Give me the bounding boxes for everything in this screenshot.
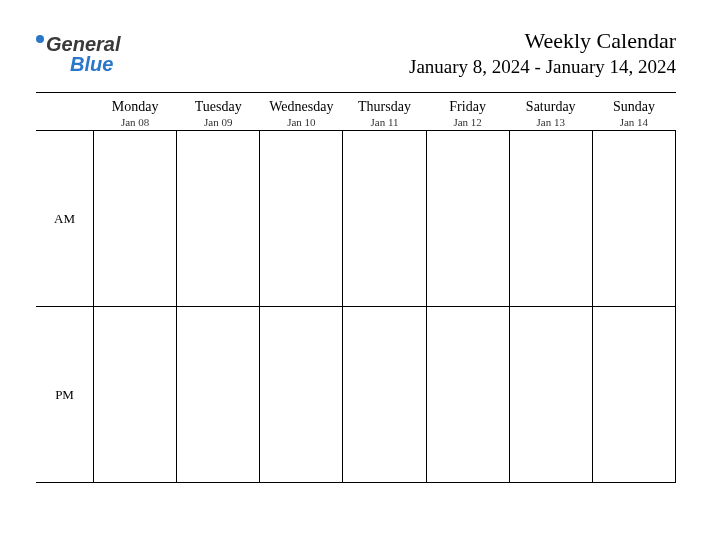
day-header: Tuesday Jan 09: [177, 93, 260, 131]
calendar-cell: [426, 131, 509, 307]
corner-cell: [36, 93, 94, 131]
day-date: Jan 13: [509, 116, 592, 128]
day-header: Saturday Jan 13: [509, 93, 592, 131]
calendar-cell: [177, 307, 260, 483]
day-header: Wednesday Jan 10: [260, 93, 343, 131]
title-block: Weekly Calendar January 8, 2024 - Januar…: [409, 28, 676, 78]
page-title: Weekly Calendar: [409, 28, 676, 54]
day-header: Thursday Jan 11: [343, 93, 426, 131]
day-name: Tuesday: [177, 99, 260, 115]
logo-dot-icon: [36, 35, 44, 43]
calendar-cell: [260, 131, 343, 307]
day-header: Friday Jan 12: [426, 93, 509, 131]
day-name: Thursday: [343, 99, 426, 115]
calendar-table: Monday Jan 08 Tuesday Jan 09 Wednesday J…: [36, 93, 676, 483]
calendar-cell: [94, 307, 177, 483]
header-row: General Blue Weekly Calendar January 8, …: [36, 28, 676, 78]
day-date: Jan 14: [592, 116, 675, 128]
period-row-pm: PM: [36, 307, 676, 483]
calendar-cell: [426, 307, 509, 483]
day-header: Monday Jan 08: [94, 93, 177, 131]
logo-text-blue: Blue: [70, 53, 113, 75]
day-header: Sunday Jan 14: [592, 93, 675, 131]
calendar-cell: [592, 131, 675, 307]
calendar-cell: [509, 307, 592, 483]
calendar-cell: [177, 131, 260, 307]
day-name: Friday: [426, 99, 509, 115]
date-range: January 8, 2024 - January 14, 2024: [409, 56, 676, 78]
calendar-cell: [343, 307, 426, 483]
day-date: Jan 12: [426, 116, 509, 128]
calendar-cell: [260, 307, 343, 483]
period-label-pm: PM: [36, 307, 94, 483]
logo: General Blue: [36, 28, 120, 74]
calendar-cell: [509, 131, 592, 307]
calendar-cell: [592, 307, 675, 483]
day-date: Jan 08: [94, 116, 177, 128]
day-name: Wednesday: [260, 99, 343, 115]
day-date: Jan 11: [343, 116, 426, 128]
day-name: Sunday: [592, 99, 675, 115]
day-name: Monday: [94, 99, 177, 115]
period-row-am: AM: [36, 131, 676, 307]
day-name: Saturday: [509, 99, 592, 115]
logo-text-general: General: [46, 33, 120, 55]
day-date: Jan 09: [177, 116, 260, 128]
period-label-am: AM: [36, 131, 94, 307]
calendar-cell: [94, 131, 177, 307]
calendar-header-row: Monday Jan 08 Tuesday Jan 09 Wednesday J…: [36, 93, 676, 131]
calendar-cell: [343, 131, 426, 307]
day-date: Jan 10: [260, 116, 343, 128]
